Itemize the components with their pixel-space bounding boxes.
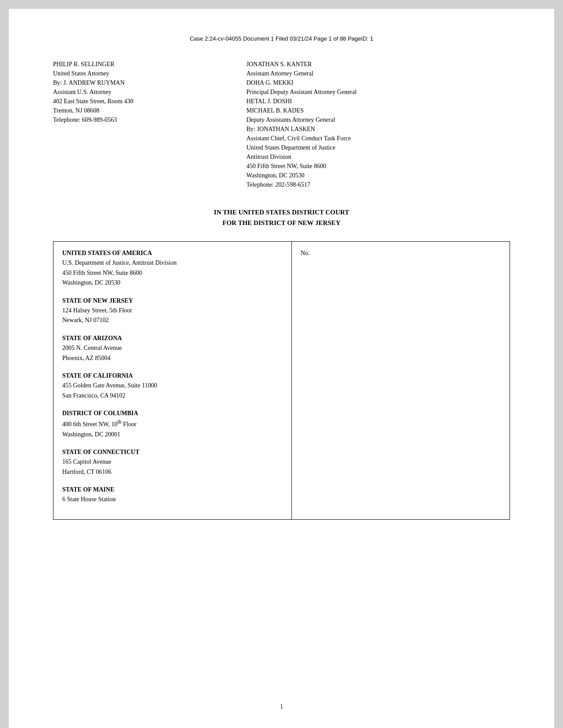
attorney-right-address1: 450 Fifth Street NW, Suite 8600 [246, 161, 510, 171]
page-number: 1 [280, 703, 283, 710]
case-number-label: No. [301, 250, 310, 256]
attorney-right-title4: Assistant Chief, Civil Conduct Task Forc… [246, 134, 510, 143]
plaintiff-address-line: Washington, DC 20001 [62, 430, 283, 439]
page-footer: 1 [9, 703, 554, 710]
attorney-right-title3: Deputy Assistants Attorney General [246, 115, 510, 124]
plaintiff-address-line: Phoenix, AZ 85004 [62, 353, 283, 363]
plaintiff-entry: STATE OF CALIFORNIA455 Golden Gate Avenu… [62, 371, 283, 401]
plaintiff-address-line: San Francisco, CA 94102 [62, 391, 283, 401]
plaintiff-address-line: Washington, DC 20530 [62, 278, 283, 288]
attorney-right-address2: Washington, DC 20530 [246, 171, 510, 180]
plaintiff-address-line: Hartford, CT 06106 [62, 467, 283, 477]
plaintiff-entry: DISTRICT OF COLUMBIA400 6th Street NW, 1… [62, 409, 283, 439]
plaintiff-entry: STATE OF NEW JERSEY124 Halsey Street, 5t… [62, 296, 283, 326]
plaintiff-address-line: 124 Halsey Street, 5th Floor [62, 306, 283, 315]
plaintiff-address-line: 400 6th Street NW, 10th Floor [62, 418, 283, 429]
plaintiff-name: STATE OF NEW JERSEY [62, 296, 283, 306]
attorney-left-title2: Assistant U.S. Attorney [53, 87, 229, 97]
case-plaintiffs: UNITED STATES OF AMERICAU.S. Department … [53, 242, 292, 519]
court-title-line2: FOR THE DISTRICT OF NEW JERSEY [53, 218, 510, 228]
document-page: Case 2:24-cv-04055 Document 1 Filed 03/2… [9, 9, 554, 728]
attorney-right: JONATHAN S. KANTER Assistant Attorney Ge… [246, 60, 510, 189]
plaintiff-name: UNITED STATES OF AMERICA [62, 248, 283, 258]
plaintiff-entry: UNITED STATES OF AMERICAU.S. Department … [62, 248, 283, 288]
case-table: UNITED STATES OF AMERICAU.S. Department … [53, 241, 510, 520]
case-header: Case 2:24-cv-04055 Document 1 Filed 03/2… [53, 35, 510, 42]
plaintiff-entry: STATE OF CONNECTICUT165 Capitol AvenueHa… [62, 447, 283, 477]
plaintiff-address-line: U.S. Department of Justice, Antitrust Di… [62, 258, 283, 268]
attorney-left-title1: United States Attorney [53, 69, 229, 78]
plaintiff-address-line: 165 Capitol Avenue [62, 457, 283, 467]
attorney-right-name3: HETAL J. DOSHI [246, 97, 510, 106]
plaintiff-entry: STATE OF ARIZONA2005 N. Central AvenuePh… [62, 334, 283, 363]
plaintiff-name: STATE OF MAINE [62, 485, 283, 495]
plaintiff-entry: STATE OF MAINE6 State House Station [62, 485, 283, 505]
plaintiff-name: STATE OF ARIZONA [62, 334, 283, 343]
attorney-right-org: United States Department of Justice [246, 143, 510, 152]
attorney-left-address2: Trenton, NJ 08608 [53, 106, 229, 115]
plaintiff-address-line: 2005 N. Central Avenue [62, 343, 283, 353]
attorney-right-division: Antitrust Division [246, 152, 510, 161]
court-title: IN THE UNITED STATES DISTRICT COURT FOR … [53, 207, 510, 228]
plaintiff-name: STATE OF CALIFORNIA [62, 371, 283, 381]
attorney-right-phone: Telephone: 202-598-6517 [246, 180, 510, 189]
attorney-left: PHILIP R. SELLINGER United States Attorn… [53, 60, 229, 189]
plaintiff-address-line: 455 Golden Gate Avenue, Suite 11000 [62, 381, 283, 390]
attorney-right-name2: DOHA G. MEKKI [246, 78, 510, 87]
attorney-right-name4: MICHAEL B. KADES [246, 106, 510, 115]
attorney-left-phone: Telephone: 609-989-0563 [53, 115, 229, 124]
plaintiff-name: STATE OF CONNECTICUT [62, 447, 283, 457]
plaintiff-address-line: Newark, NJ 07102 [62, 315, 283, 325]
attorney-left-byline: By: J. ANDREW RUYMAN [53, 78, 229, 87]
attorney-right-byline: By: JONATHAN LASKEN [246, 124, 510, 134]
attorneys-section: PHILIP R. SELLINGER United States Attorn… [53, 60, 510, 189]
plaintiff-address-line: 6 State House Station [62, 495, 283, 504]
attorney-left-name: PHILIP R. SELLINGER [53, 60, 229, 69]
plaintiff-address-line: 450 Fifth Street NW, Suite 8600 [62, 268, 283, 278]
plaintiff-name: DISTRICT OF COLUMBIA [62, 409, 283, 418]
attorney-right-title1: Assistant Attorney General [246, 69, 510, 78]
attorney-right-title2: Principal Deputy Assistant Attorney Gene… [246, 87, 510, 97]
attorney-right-name1: JONATHAN S. KANTER [246, 60, 510, 69]
attorney-left-address1: 402 East State Street, Room 430 [53, 97, 229, 106]
court-title-line1: IN THE UNITED STATES DISTRICT COURT [53, 207, 510, 218]
case-number-section: No. [292, 242, 510, 519]
